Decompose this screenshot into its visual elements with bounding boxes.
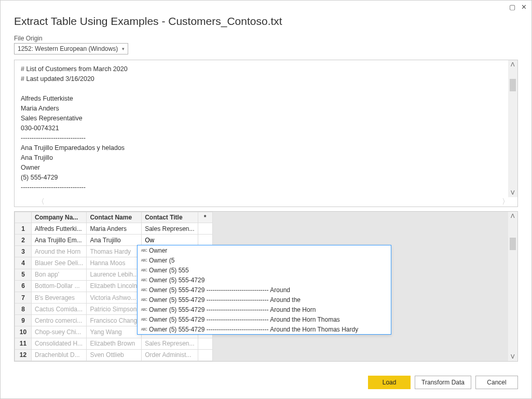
close-icon[interactable]: ✕ (518, 1, 529, 12)
row-number[interactable]: 3 (15, 246, 32, 257)
autocomplete-option[interactable]: Owner (5) 555-4729 ---------------------… (138, 314, 391, 324)
cell-company[interactable]: Bottom-Dollar ... (32, 280, 87, 292)
autocomplete-option[interactable]: Owner (138, 245, 391, 255)
cell-contact[interactable]: Hanna Moos (87, 257, 142, 269)
cell-contact[interactable]: Laurence Lebih... (87, 269, 142, 280)
row-number[interactable]: 1 (15, 223, 32, 235)
autocomplete-popup[interactable]: OwnerOwner (5Owner (5) 555Owner (5) 555-… (137, 245, 391, 335)
row-number[interactable]: 6 (15, 280, 32, 292)
cell-title[interactable]: Sales Represen... (142, 223, 198, 235)
autocomplete-option-label: Owner (5) 555-4729 (149, 276, 204, 285)
autocomplete-option-label: Owner (5) 555-4729 ---------------------… (149, 305, 316, 314)
text-type-icon (141, 278, 149, 282)
cell-title[interactable] (142, 235, 198, 246)
cell-company[interactable]: Centro comerci... (32, 315, 87, 326)
scroll-right-icon[interactable]: 〉 (502, 197, 509, 207)
cell-extra[interactable] (198, 349, 212, 361)
cell-contact[interactable]: Ana Trujillo (87, 235, 142, 246)
scrollbar-thumb[interactable] (510, 79, 516, 91)
load-button[interactable]: Load (368, 376, 411, 389)
table-row: 1Alfreds Futterki...Maria AndersSales Re… (15, 223, 213, 235)
autocomplete-option[interactable]: Owner (5) 555-4729 ---------------------… (138, 295, 391, 305)
row-number[interactable]: 12 (15, 349, 32, 361)
row-number[interactable]: 8 (15, 304, 32, 315)
dialog-footer: Load Transform Data Cancel (1, 367, 531, 398)
grid-header-contact[interactable]: Contact Name (87, 212, 142, 223)
cell-company[interactable]: Alfreds Futterki... (32, 223, 87, 235)
cell-extra[interactable] (198, 223, 212, 235)
cell-extra[interactable] (198, 235, 212, 246)
autocomplete-option[interactable]: Owner (5) 555-4729 ---------------------… (138, 305, 391, 314)
text-type-icon (141, 308, 149, 312)
grid-header-title[interactable]: Contact Title (142, 212, 198, 223)
grid-header-rownum[interactable] (15, 212, 32, 223)
scroll-up-icon[interactable]: ᐱ (508, 213, 517, 219)
titlebar-controls: ▢ ✕ (1, 1, 531, 13)
grid-header-company[interactable]: Company Na... (32, 212, 87, 223)
autocomplete-option-label: Owner (5) 555-4729 ---------------------… (149, 325, 358, 334)
dialog-window: ▢ ✕ Extract Table Using Examples - Custo… (0, 0, 532, 399)
grid-header-add[interactable]: * (198, 212, 212, 223)
file-origin-dropdown[interactable]: 1252: Western European (Windows) ▾ (14, 43, 128, 54)
text-type-icon (141, 327, 149, 332)
maximize-icon[interactable]: ▢ (507, 1, 518, 12)
autocomplete-option-label: Owner (5) 555 (149, 266, 189, 275)
cell-contact[interactable]: Francisco Chang (87, 315, 142, 326)
row-number[interactable]: 7 (15, 292, 32, 303)
preview-horizontal-scrollbar[interactable]: 〈 〉 (15, 197, 517, 207)
row-number[interactable]: 4 (15, 257, 32, 269)
text-type-icon (141, 288, 149, 292)
cell-company[interactable]: Consolidated H... (32, 338, 87, 349)
cell-company[interactable]: B's Beverages (32, 292, 87, 303)
autocomplete-option-label: Owner (5) 555-4729 ---------------------… (149, 285, 290, 295)
scroll-down-icon[interactable]: ᐯ (508, 353, 517, 360)
cell-company[interactable]: Bon app' (32, 269, 87, 280)
cell-company[interactable]: Blauer See Deli... (32, 257, 87, 269)
cell-contact[interactable]: Patricio Simpson (87, 304, 142, 315)
cell-contact[interactable]: Maria Anders (87, 223, 142, 235)
cell-company[interactable]: Drachenblut D... (32, 349, 87, 361)
cell-company[interactable]: Cactus Comida... (32, 304, 87, 315)
row-number[interactable]: 10 (15, 326, 32, 338)
autocomplete-option-label: Owner (5 (149, 256, 174, 265)
file-preview-panel: # List of Customers from March 2020 # La… (14, 60, 518, 207)
cell-contact[interactable]: Sven Ottlieb (87, 349, 142, 361)
table-row: 12Drachenblut D...Sven OttliebOrder Admi… (15, 349, 213, 361)
cell-extra[interactable] (198, 338, 212, 349)
cell-company[interactable]: Chop-suey Chi... (32, 326, 87, 338)
text-type-icon (141, 258, 149, 263)
cell-contact[interactable]: Yang Wang (87, 326, 142, 338)
cell-contact[interactable]: Elizabeth Lincoln (87, 280, 142, 292)
row-number[interactable]: 11 (15, 338, 32, 349)
autocomplete-option[interactable]: Owner (5) 555-4729 ---------------------… (138, 324, 391, 334)
autocomplete-option-label: Owner (5) 555-4729 ---------------------… (149, 295, 301, 305)
file-preview-text: # List of Customers from March 2020 # La… (15, 60, 508, 197)
file-origin-label: File Origin (14, 35, 518, 42)
cell-contact[interactable]: Elizabeth Brown (87, 338, 142, 349)
autocomplete-option[interactable]: Owner (5) 555-4729 ---------------------… (138, 285, 391, 295)
cell-title-input[interactable] (142, 235, 197, 245)
row-number[interactable]: 2 (15, 235, 32, 246)
autocomplete-option[interactable]: Owner (5) 555-4729 (138, 275, 391, 285)
autocomplete-option[interactable]: Owner (5 (138, 255, 391, 265)
preview-vertical-scrollbar[interactable]: ᐱ ᐯ (508, 60, 517, 197)
text-type-icon (141, 249, 149, 253)
row-number[interactable]: 5 (15, 269, 32, 280)
autocomplete-option[interactable]: Owner (5) 555 (138, 265, 391, 275)
cell-title[interactable]: Order Administ... (142, 349, 198, 361)
grid-vertical-scrollbar[interactable]: ᐱ ᐯ (508, 212, 517, 361)
transform-data-button[interactable]: Transform Data (415, 376, 471, 389)
cell-company[interactable]: Around the Horn (32, 246, 87, 257)
scroll-left-icon[interactable]: 〈 (37, 197, 45, 207)
cell-title[interactable]: Sales Represen... (142, 338, 198, 349)
cell-company[interactable]: Ana Trujillo Em... (32, 235, 87, 246)
cell-contact[interactable]: Victoria Ashwo... (87, 292, 142, 303)
scroll-up-icon[interactable]: ᐱ (508, 61, 517, 68)
cancel-button[interactable]: Cancel (475, 376, 518, 389)
scrollbar-thumb[interactable] (510, 238, 516, 250)
cell-contact[interactable]: Thomas Hardy (87, 246, 142, 257)
chevron-down-icon: ▾ (122, 44, 125, 54)
row-number[interactable]: 9 (15, 315, 32, 326)
text-type-icon (141, 268, 149, 272)
scroll-down-icon[interactable]: ᐯ (508, 189, 517, 196)
